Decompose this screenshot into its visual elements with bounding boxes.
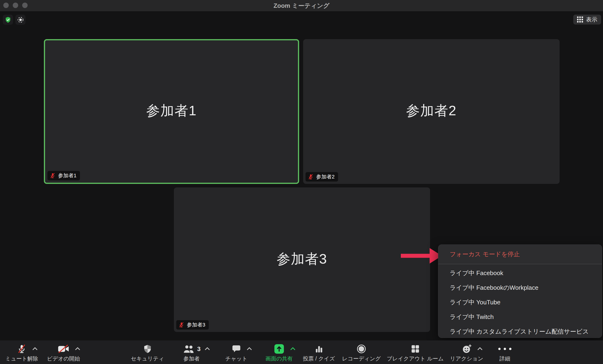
view-button[interactable]: 表示	[573, 15, 601, 24]
bar-chart-icon	[314, 344, 324, 354]
menu-item-stop-focus-mode[interactable]: フォーカス モードを停止	[438, 245, 602, 264]
participants-button[interactable]: 3 参加者	[183, 341, 200, 364]
participant-name-large: 参加者3	[174, 250, 430, 268]
share-screen-label: 画面の共有	[266, 355, 293, 362]
chevron-up-icon[interactable]	[75, 347, 80, 350]
participant-name-label: 参加者2	[316, 173, 335, 180]
menu-item-live-youtube[interactable]: ライブ中 YouTube	[438, 295, 602, 309]
chevron-up-icon[interactable]	[290, 347, 295, 350]
participant-name-label: 参加者1	[58, 172, 76, 179]
grid-view-icon	[577, 16, 583, 23]
mic-muted-icon	[308, 174, 314, 180]
zoom-meeting-window: Zoom ミーティング 表示 参加者1	[0, 0, 603, 364]
meeting-toolbar: ミュート解除 ビデオの開始	[0, 341, 603, 364]
participants-label: 参加者	[184, 355, 200, 362]
title-bar: Zoom ミーティング	[0, 0, 603, 11]
menu-item-live-facebook-workplace[interactable]: ライブ中 FacebookのWorkplace	[438, 280, 602, 295]
security-shield-icon	[143, 344, 152, 354]
breakout-rooms-label: ブレイクアウト ルーム	[387, 355, 443, 362]
video-tile-participant-2: 参加者2 参加者2	[303, 39, 560, 184]
record-icon	[357, 344, 366, 354]
mic-muted-icon	[178, 322, 185, 328]
chevron-up-icon[interactable]	[247, 347, 252, 350]
participant-name-badge: 参加者2	[305, 172, 338, 182]
breakout-rooms-icon	[410, 344, 420, 354]
record-label: レコーディング	[342, 355, 381, 362]
participant-name-large: 参加者1	[45, 102, 298, 120]
security-button[interactable]: セキュリティ	[131, 341, 164, 364]
participants-count: 3	[197, 345, 200, 353]
polls-label: 投票 / クイズ	[303, 355, 335, 362]
record-button[interactable]: レコーディング	[342, 341, 381, 364]
menu-item-live-facebook[interactable]: ライブ中 Facebook	[438, 266, 602, 280]
video-tile-participant-3: 参加者3 参加者3	[174, 187, 430, 332]
unmute-label: ミュート解除	[5, 355, 38, 362]
more-options-menu: フォーカス モードを停止 ライブ中 Facebook ライブ中 Facebook…	[438, 244, 602, 338]
focus-mode-icon	[17, 16, 24, 23]
shield-check-icon	[4, 16, 12, 23]
view-button-label: 表示	[586, 16, 597, 23]
reactions-label: リアクション	[450, 355, 483, 362]
participant-name-badge: 参加者3	[176, 320, 209, 330]
security-label: セキュリティ	[131, 355, 164, 362]
participant-name-badge: 参加者1	[47, 171, 80, 180]
meeting-security-badge[interactable]	[3, 15, 13, 25]
chevron-up-icon[interactable]	[32, 347, 37, 350]
start-video-label: ビデオの開始	[47, 355, 80, 362]
annotation-arrow	[399, 247, 442, 264]
chevron-up-icon[interactable]	[477, 347, 482, 350]
menu-item-group: ライブ中 Facebook ライブ中 FacebookのWorkplace ライ…	[438, 264, 602, 338]
participant-name-label: 参加者3	[187, 321, 205, 328]
more-dots-icon	[498, 343, 511, 354]
menu-item-live-custom-stream[interactable]: ライブ中 カスタムライブストリーム配信サービス	[438, 324, 602, 338]
window-title: Zoom ミーティング	[0, 0, 603, 11]
more-label: 詳細	[499, 355, 510, 362]
chat-icon	[232, 344, 241, 354]
breakout-rooms-button[interactable]: ブレイクアウト ルーム	[387, 341, 443, 364]
unmute-button[interactable]: ミュート解除	[5, 341, 38, 364]
menu-item-live-twitch[interactable]: ライブ中 Twitch	[438, 309, 602, 324]
chat-button[interactable]: チャット	[225, 341, 247, 364]
reactions-smiley-icon	[462, 344, 472, 354]
share-screen-button[interactable]: 画面の共有	[266, 341, 293, 364]
participant-name-large: 参加者2	[303, 102, 560, 120]
polls-button[interactable]: 投票 / クイズ	[303, 341, 335, 364]
participants-icon	[183, 344, 195, 354]
chevron-up-icon[interactable]	[205, 347, 210, 350]
mic-muted-icon	[49, 172, 56, 179]
focus-mode-indicator[interactable]	[15, 15, 25, 25]
share-screen-icon	[274, 343, 285, 354]
more-button[interactable]: 詳細	[498, 341, 511, 364]
mic-muted-icon	[17, 344, 27, 354]
start-video-button[interactable]: ビデオの開始	[47, 341, 80, 364]
reactions-button[interactable]: リアクション	[450, 341, 483, 364]
chat-label: チャット	[225, 355, 247, 362]
video-tile-participant-1: 参加者1 参加者1	[44, 39, 299, 184]
video-off-icon	[58, 344, 69, 353]
